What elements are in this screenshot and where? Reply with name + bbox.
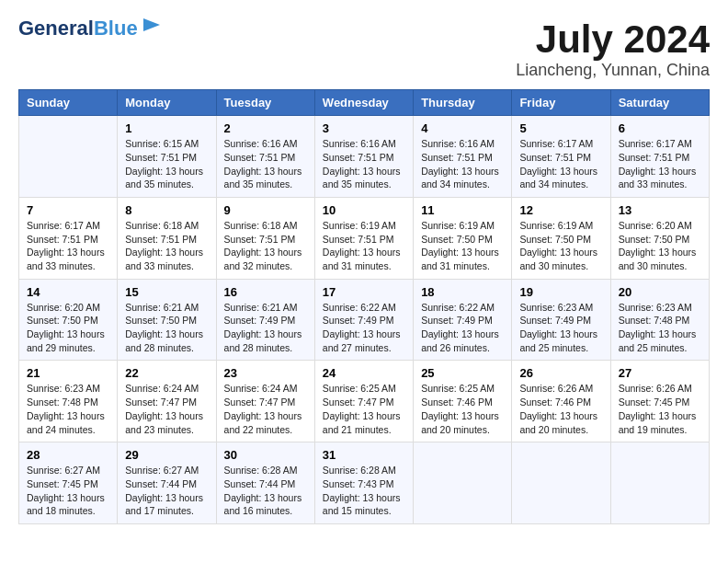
day-info: Sunrise: 6:24 AM Sunset: 7:47 PM Dayligh… bbox=[125, 382, 208, 436]
calendar-cell: 25Sunrise: 6:25 AM Sunset: 7:46 PM Dayli… bbox=[414, 361, 512, 442]
day-number: 9 bbox=[224, 203, 307, 217]
day-info: Sunrise: 6:18 AM Sunset: 7:51 PM Dayligh… bbox=[125, 219, 208, 273]
day-number: 16 bbox=[224, 285, 307, 299]
day-number: 29 bbox=[125, 448, 208, 462]
calendar-cell: 6Sunrise: 6:17 AM Sunset: 7:51 PM Daylig… bbox=[610, 116, 709, 198]
calendar-cell: 31Sunrise: 6:28 AM Sunset: 7:43 PM Dayli… bbox=[314, 442, 413, 524]
svg-marker-0 bbox=[143, 18, 160, 31]
calendar-week-row: 28Sunrise: 6:27 AM Sunset: 7:45 PM Dayli… bbox=[19, 442, 710, 524]
calendar-cell: 7Sunrise: 6:17 AM Sunset: 7:51 PM Daylig… bbox=[19, 197, 118, 279]
day-info: Sunrise: 6:25 AM Sunset: 7:46 PM Dayligh… bbox=[421, 382, 504, 436]
day-number: 8 bbox=[125, 203, 208, 217]
day-info: Sunrise: 6:28 AM Sunset: 7:43 PM Dayligh… bbox=[323, 464, 405, 518]
logo-arrow-icon bbox=[142, 15, 162, 35]
day-number: 31 bbox=[323, 448, 405, 462]
day-info: Sunrise: 6:20 AM Sunset: 7:50 PM Dayligh… bbox=[27, 301, 109, 355]
day-number: 22 bbox=[125, 366, 208, 380]
day-number: 15 bbox=[125, 285, 208, 299]
calendar-cell: 15Sunrise: 6:21 AM Sunset: 7:50 PM Dayli… bbox=[118, 279, 216, 361]
weekday-header: Saturday bbox=[610, 90, 709, 116]
day-info: Sunrise: 6:16 AM Sunset: 7:51 PM Dayligh… bbox=[323, 137, 405, 191]
calendar-cell: 18Sunrise: 6:22 AM Sunset: 7:49 PM Dayli… bbox=[414, 279, 512, 361]
month-title: July 2024 bbox=[516, 18, 710, 61]
calendar-table: SundayMondayTuesdayWednesdayThursdayFrid… bbox=[18, 89, 710, 524]
calendar-cell bbox=[19, 116, 118, 198]
calendar-cell: 19Sunrise: 6:23 AM Sunset: 7:49 PM Dayli… bbox=[512, 279, 610, 361]
day-info: Sunrise: 6:23 AM Sunset: 7:48 PM Dayligh… bbox=[27, 382, 109, 436]
calendar-cell: 28Sunrise: 6:27 AM Sunset: 7:45 PM Dayli… bbox=[19, 442, 118, 524]
calendar-week-row: 7Sunrise: 6:17 AM Sunset: 7:51 PM Daylig… bbox=[19, 197, 710, 279]
day-info: Sunrise: 6:23 AM Sunset: 7:49 PM Dayligh… bbox=[519, 301, 602, 355]
day-number: 30 bbox=[224, 448, 307, 462]
calendar-cell: 5Sunrise: 6:17 AM Sunset: 7:51 PM Daylig… bbox=[512, 116, 610, 198]
calendar-cell: 24Sunrise: 6:25 AM Sunset: 7:47 PM Dayli… bbox=[314, 361, 413, 442]
day-number: 17 bbox=[323, 285, 405, 299]
calendar-cell: 20Sunrise: 6:23 AM Sunset: 7:48 PM Dayli… bbox=[610, 279, 709, 361]
day-number: 14 bbox=[27, 285, 109, 299]
day-number: 4 bbox=[421, 121, 504, 135]
day-info: Sunrise: 6:26 AM Sunset: 7:45 PM Dayligh… bbox=[619, 382, 701, 436]
day-number: 27 bbox=[619, 366, 701, 380]
calendar-cell: 12Sunrise: 6:19 AM Sunset: 7:50 PM Dayli… bbox=[512, 197, 610, 279]
day-number: 21 bbox=[27, 366, 109, 380]
calendar-cell: 11Sunrise: 6:19 AM Sunset: 7:50 PM Dayli… bbox=[414, 197, 512, 279]
day-number: 19 bbox=[519, 285, 602, 299]
calendar-cell: 10Sunrise: 6:19 AM Sunset: 7:51 PM Dayli… bbox=[314, 197, 413, 279]
calendar-cell: 17Sunrise: 6:22 AM Sunset: 7:49 PM Dayli… bbox=[314, 279, 413, 361]
calendar-cell: 8Sunrise: 6:18 AM Sunset: 7:51 PM Daylig… bbox=[118, 197, 216, 279]
day-number: 10 bbox=[323, 203, 405, 217]
location: Liancheng, Yunnan, China bbox=[516, 61, 710, 80]
day-number: 20 bbox=[619, 285, 701, 299]
day-number: 6 bbox=[619, 121, 701, 135]
calendar-cell: 14Sunrise: 6:20 AM Sunset: 7:50 PM Dayli… bbox=[19, 279, 118, 361]
day-number: 12 bbox=[519, 203, 602, 217]
calendar-cell: 26Sunrise: 6:26 AM Sunset: 7:46 PM Dayli… bbox=[512, 361, 610, 442]
calendar-week-row: 1Sunrise: 6:15 AM Sunset: 7:51 PM Daylig… bbox=[19, 116, 710, 198]
calendar-cell bbox=[512, 442, 610, 524]
day-info: Sunrise: 6:19 AM Sunset: 7:50 PM Dayligh… bbox=[421, 219, 504, 273]
day-info: Sunrise: 6:28 AM Sunset: 7:44 PM Dayligh… bbox=[224, 464, 307, 518]
day-number: 24 bbox=[323, 366, 405, 380]
day-number: 13 bbox=[619, 203, 701, 217]
day-number: 5 bbox=[519, 121, 602, 135]
day-info: Sunrise: 6:22 AM Sunset: 7:49 PM Dayligh… bbox=[421, 301, 504, 355]
calendar-cell: 29Sunrise: 6:27 AM Sunset: 7:44 PM Dayli… bbox=[118, 442, 216, 524]
day-info: Sunrise: 6:16 AM Sunset: 7:51 PM Dayligh… bbox=[224, 137, 307, 191]
day-number: 7 bbox=[27, 203, 109, 217]
title-block: July 2024 Liancheng, Yunnan, China bbox=[516, 18, 710, 80]
calendar-cell: 13Sunrise: 6:20 AM Sunset: 7:50 PM Dayli… bbox=[610, 197, 709, 279]
weekday-header: Wednesday bbox=[314, 90, 413, 116]
day-info: Sunrise: 6:21 AM Sunset: 7:49 PM Dayligh… bbox=[224, 301, 307, 355]
calendar-week-row: 14Sunrise: 6:20 AM Sunset: 7:50 PM Dayli… bbox=[19, 279, 710, 361]
calendar-cell: 9Sunrise: 6:18 AM Sunset: 7:51 PM Daylig… bbox=[216, 197, 314, 279]
day-info: Sunrise: 6:17 AM Sunset: 7:51 PM Dayligh… bbox=[27, 219, 109, 273]
weekday-header: Monday bbox=[118, 90, 216, 116]
weekday-header: Friday bbox=[512, 90, 610, 116]
calendar-cell: 30Sunrise: 6:28 AM Sunset: 7:44 PM Dayli… bbox=[216, 442, 314, 524]
calendar-cell: 27Sunrise: 6:26 AM Sunset: 7:45 PM Dayli… bbox=[610, 361, 709, 442]
day-number: 23 bbox=[224, 366, 307, 380]
day-number: 11 bbox=[421, 203, 504, 217]
day-number: 28 bbox=[27, 448, 109, 462]
day-number: 1 bbox=[125, 121, 208, 135]
calendar-cell: 16Sunrise: 6:21 AM Sunset: 7:49 PM Dayli… bbox=[216, 279, 314, 361]
page-header: GeneralBlue July 2024 Liancheng, Yunnan,… bbox=[18, 18, 710, 80]
day-info: Sunrise: 6:18 AM Sunset: 7:51 PM Dayligh… bbox=[224, 219, 307, 273]
day-info: Sunrise: 6:21 AM Sunset: 7:50 PM Dayligh… bbox=[125, 301, 208, 355]
day-number: 3 bbox=[323, 121, 405, 135]
day-info: Sunrise: 6:19 AM Sunset: 7:50 PM Dayligh… bbox=[519, 219, 602, 273]
weekday-header-row: SundayMondayTuesdayWednesdayThursdayFrid… bbox=[19, 90, 710, 116]
day-info: Sunrise: 6:27 AM Sunset: 7:45 PM Dayligh… bbox=[27, 464, 109, 518]
day-info: Sunrise: 6:26 AM Sunset: 7:46 PM Dayligh… bbox=[519, 382, 602, 436]
calendar-cell bbox=[610, 442, 709, 524]
day-info: Sunrise: 6:27 AM Sunset: 7:44 PM Dayligh… bbox=[125, 464, 208, 518]
calendar-cell: 22Sunrise: 6:24 AM Sunset: 7:47 PM Dayli… bbox=[118, 361, 216, 442]
day-info: Sunrise: 6:22 AM Sunset: 7:49 PM Dayligh… bbox=[323, 301, 405, 355]
calendar-cell: 2Sunrise: 6:16 AM Sunset: 7:51 PM Daylig… bbox=[216, 116, 314, 198]
day-info: Sunrise: 6:20 AM Sunset: 7:50 PM Dayligh… bbox=[619, 219, 701, 273]
day-number: 18 bbox=[421, 285, 504, 299]
day-number: 26 bbox=[519, 366, 602, 380]
calendar-cell: 3Sunrise: 6:16 AM Sunset: 7:51 PM Daylig… bbox=[314, 116, 413, 198]
calendar-cell: 1Sunrise: 6:15 AM Sunset: 7:51 PM Daylig… bbox=[118, 116, 216, 198]
day-info: Sunrise: 6:25 AM Sunset: 7:47 PM Dayligh… bbox=[323, 382, 405, 436]
